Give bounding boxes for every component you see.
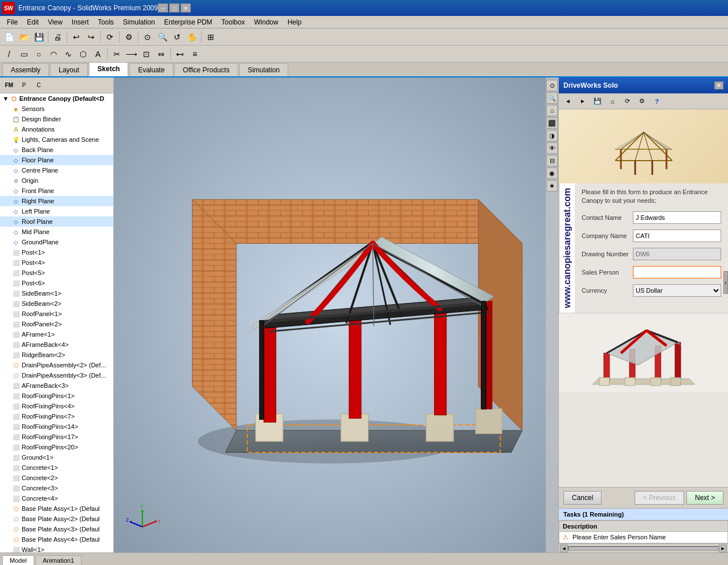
tree-item-sidebeam2[interactable]: ⬜ SideBeam<2> (0, 298, 113, 309)
tab-sketch[interactable]: Sketch (89, 62, 128, 76)
tree-item-ground-plane[interactable]: ◇ GroundPlane (0, 237, 113, 247)
tree-item-centre-plane[interactable]: ◇ Centre Plane (0, 165, 113, 175)
tree-item-right-plane[interactable]: ◇ Right Plane (0, 196, 113, 206)
dw-settings-btn[interactable]: ⚙ (635, 95, 649, 108)
offset-button[interactable]: ⊡ (140, 47, 153, 61)
relation-button[interactable]: ≡ (188, 47, 202, 61)
menu-tools[interactable]: Tools (93, 17, 118, 27)
tree-item-aframeback4[interactable]: ⬜ AFrameBack<4> (0, 339, 113, 350)
dw-previous-button[interactable]: < Previous (635, 491, 684, 505)
tab-layout[interactable]: Layout (50, 63, 88, 76)
viewport[interactable]: X Y Z ⊙ 🔍 ⌂ ⬛ ◑ 👁 ⊟ ◉ ★ (114, 77, 558, 552)
tree-item-sensors[interactable]: ◈ Sensors (0, 104, 113, 114)
menu-toolbox[interactable]: Toolbox (217, 17, 250, 27)
dw-input-company[interactable] (633, 230, 721, 242)
tree-item-rooffixingpins7[interactable]: ⬜ RoofFixingPins<7> (0, 411, 113, 421)
scroll-track[interactable] (568, 546, 719, 551)
dw-home-btn[interactable]: ⌂ (606, 95, 619, 108)
dw-input-drawing[interactable] (633, 248, 721, 260)
bottom-tab-model[interactable]: Model (2, 555, 34, 565)
zoom-fit-button[interactable]: ⊙ (141, 30, 154, 44)
dw-next-button[interactable]: Next > (686, 491, 723, 505)
tree-item-post1[interactable]: ⬜ Post<1> (0, 247, 113, 257)
tree-item-rooffixingpins1[interactable]: ⬜ RoofFixingPins<1> (0, 391, 113, 401)
property-manager-tab[interactable]: P (17, 79, 31, 92)
tab-office-products[interactable]: Office Products (174, 63, 238, 76)
tree-root[interactable]: ▼ ⬡ Entrance Canopy (Default<D (0, 93, 113, 104)
vp-zoom-fit[interactable]: ⊙ (546, 80, 558, 91)
menu-window[interactable]: Window (250, 17, 283, 27)
vp-home[interactable]: ⌂ (546, 105, 558, 116)
tree-item-rooffixingpins14[interactable]: ⬜ RoofFixingPins<14> (0, 421, 113, 432)
maximize-button[interactable]: □ (169, 3, 179, 13)
tab-simulation[interactable]: Simulation (239, 63, 288, 76)
vp-camera[interactable]: ◉ (546, 167, 558, 179)
tree-item-concrete2[interactable]: ⬜ Concrete<2> (0, 473, 113, 483)
dw-refresh-btn[interactable]: ⟳ (620, 95, 634, 108)
tree-item-baseplate1[interactable]: ⬡ Base Plate Assy<1> (Defaul (0, 503, 113, 514)
sketch-text-button[interactable]: A (91, 47, 105, 61)
dw-input-contact[interactable] (633, 211, 721, 224)
window-controls[interactable]: ─ □ ✕ (158, 3, 191, 13)
open-button[interactable]: 📂 (17, 30, 31, 44)
sketch-circle-button[interactable]: ○ (32, 47, 46, 61)
pan-button[interactable]: ✋ (185, 30, 199, 44)
config-manager-tab[interactable]: C (32, 79, 46, 92)
trim-button[interactable]: ✂ (110, 47, 124, 61)
tree-item-ridgebeam2[interactable]: ⬜ RidgeBeam<2> (0, 350, 113, 360)
tree-item-post6[interactable]: ⬜ Post<6> (0, 278, 113, 288)
vp-section[interactable]: ⊟ (546, 155, 558, 166)
sketch-arc-button[interactable]: ◠ (47, 47, 60, 61)
options-button[interactable]: ⚙ (122, 30, 136, 44)
bottom-tab-animation[interactable]: Animation1 (35, 555, 81, 565)
new-button[interactable]: 📄 (2, 30, 16, 44)
tree-item-post5[interactable]: ⬜ Post<5> (0, 268, 113, 278)
tree-item-concrete4[interactable]: ⬜ Concrete<4> (0, 493, 113, 503)
menu-enterprise-pdm[interactable]: Enterprise PDM (159, 17, 217, 27)
tree-item-front-plane[interactable]: ◇ Front Plane (0, 186, 113, 196)
tree-item-annotations[interactable]: A Annotations (0, 124, 113, 134)
tree-item-roof-plane[interactable]: ◇ Roof Plane (0, 216, 113, 227)
undo-button[interactable]: ↩ (69, 30, 83, 44)
feature-manager-tab[interactable]: FM (2, 79, 16, 92)
sketch-rect-button[interactable]: ▭ (17, 47, 31, 61)
tree-item-concrete3[interactable]: ⬜ Concrete<3> (0, 483, 113, 493)
scroll-left-btn[interactable]: ◄ (560, 544, 568, 552)
tree-item-rooffixingpins4[interactable]: ⬜ RoofFixingPins<4> (0, 401, 113, 411)
menu-insert[interactable]: Insert (67, 17, 93, 27)
sketch-line-button[interactable]: / (2, 47, 16, 61)
mirror-button[interactable]: ⇔ (154, 47, 168, 61)
close-button[interactable]: ✕ (181, 3, 191, 13)
dw-save-btn[interactable]: 💾 (591, 95, 604, 108)
tree-item-aframe1[interactable]: ⬜ AFrame<1> (0, 329, 113, 339)
tree-item-post4[interactable]: ⬜ Post<4> (0, 257, 113, 268)
tab-assembly[interactable]: Assembly (2, 63, 49, 76)
tree-item-origin[interactable]: ⊕ Origin (0, 175, 113, 186)
menu-simulation[interactable]: Simulation (118, 17, 159, 27)
tree-item-mid-plane[interactable]: ◇ Mid Plane (0, 227, 113, 237)
vp-render[interactable]: ★ (546, 180, 558, 191)
tree-item-drainpipe2[interactable]: ⬡ DrainPipeAssembly<2> (Def... (0, 360, 113, 370)
scroll-right-btn[interactable]: ► (719, 544, 727, 552)
tree-item-baseplate3[interactable]: ⬡ Base Plate Assy<3> (Defaul (0, 524, 113, 534)
dw-scrollbar[interactable]: ◄ ► (559, 543, 728, 552)
sketch-spline-button[interactable]: ∿ (62, 47, 75, 61)
dw-input-sales[interactable] (633, 266, 721, 279)
dimension-button[interactable]: ⊷ (173, 47, 187, 61)
section-view-button[interactable]: ⊞ (204, 30, 218, 44)
tree-item-sidebeam1[interactable]: ⬜ SideBeam<1> (0, 288, 113, 298)
panel-collapse-handle[interactable]: ‹ (723, 271, 728, 294)
tree-item-rooffixingpins20[interactable]: ⬜ RoofFixingPins<20> (0, 442, 113, 452)
tree-item-left-plane[interactable]: ◇ Left Plane (0, 206, 113, 216)
tree-item-lights[interactable]: 💡 Lights, Cameras and Scene (0, 134, 113, 145)
menu-help[interactable]: Help (283, 17, 306, 27)
dw-back-btn[interactable]: ◄ (561, 95, 575, 108)
vp-view-options[interactable]: ⬛ (546, 117, 558, 129)
save-button[interactable]: 💾 (32, 30, 46, 44)
tab-evaluate[interactable]: Evaluate (129, 63, 173, 76)
dw-cancel-button[interactable]: Cancel (563, 491, 602, 505)
rotate-button[interactable]: ↺ (170, 30, 184, 44)
rebuild-button[interactable]: ⟳ (103, 30, 117, 44)
menu-edit[interactable]: Edit (22, 17, 43, 27)
tree-item-ground1[interactable]: ⬜ Ground<1> (0, 452, 113, 462)
